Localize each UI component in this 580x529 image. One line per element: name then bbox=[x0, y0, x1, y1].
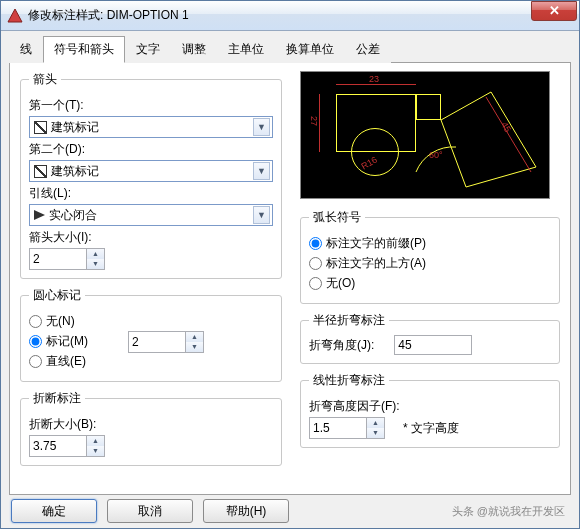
ok-button[interactable]: 确定 bbox=[11, 499, 97, 523]
jog-factor-spinner[interactable]: ▲▼ bbox=[309, 417, 387, 439]
first-arrow-label: 第一个(T): bbox=[29, 97, 273, 114]
tab-tolerance[interactable]: 公差 bbox=[345, 36, 391, 63]
center-mark-group: 圆心标记 无(N) 标记(M) 直线(E) ▲▼ bbox=[20, 287, 282, 382]
dialog-window: 修改标注样式: DIM-OPTION 1 ✕ 线 符号和箭头 文字 调整 主单位… bbox=[0, 0, 580, 529]
jog-factor-label: 折弯高度因子(F): bbox=[309, 398, 551, 415]
closed-filled-icon bbox=[34, 210, 45, 220]
arc-symbol-legend: 弧长符号 bbox=[309, 209, 365, 226]
center-mark-radio[interactable] bbox=[29, 335, 42, 348]
svg-line-2 bbox=[486, 97, 531, 172]
tab-bar: 线 符号和箭头 文字 调整 主单位 换算单位 公差 bbox=[9, 35, 571, 63]
center-mark-legend: 圆心标记 bbox=[29, 287, 85, 304]
arc-pre-radio[interactable] bbox=[309, 237, 322, 250]
center-size-input[interactable] bbox=[128, 331, 186, 353]
spinner-buttons[interactable]: ▲▼ bbox=[186, 331, 204, 353]
svg-marker-1 bbox=[441, 92, 536, 187]
arch-tick-icon bbox=[34, 121, 47, 134]
watermark: 头条 @就说我在开发区 bbox=[452, 504, 569, 519]
linear-jog-group: 线性折弯标注 折弯高度因子(F): ▲▼ * 文字高度 bbox=[300, 372, 560, 448]
arrow-size-spinner[interactable]: ▲▼ bbox=[29, 248, 107, 270]
dim-break-legend: 折断标注 bbox=[29, 390, 85, 407]
radius-jog-group: 半径折弯标注 折弯角度(J): bbox=[300, 312, 560, 364]
app-icon bbox=[7, 8, 23, 24]
chevron-down-icon: ▼ bbox=[253, 206, 270, 224]
cancel-button[interactable]: 取消 bbox=[107, 499, 193, 523]
tab-primary-units[interactable]: 主单位 bbox=[217, 36, 275, 63]
preview-pane: 23 27 R16 60° 45 bbox=[300, 71, 550, 199]
arrow-size-label: 箭头大小(I): bbox=[29, 229, 273, 246]
radius-jog-legend: 半径折弯标注 bbox=[309, 312, 389, 329]
arc-above-radio[interactable] bbox=[309, 257, 322, 270]
arc-symbol-group: 弧长符号 标注文字的前缀(P) 标注文字的上方(A) 无(O) bbox=[300, 209, 560, 304]
arc-none-radio[interactable] bbox=[309, 277, 322, 290]
spinner-buttons[interactable]: ▲▼ bbox=[87, 248, 105, 270]
arch-tick-icon bbox=[34, 165, 47, 178]
titlebar: 修改标注样式: DIM-OPTION 1 ✕ bbox=[1, 1, 579, 31]
leader-label: 引线(L): bbox=[29, 185, 273, 202]
tab-symbols-arrows[interactable]: 符号和箭头 bbox=[43, 36, 125, 63]
dim-break-group: 折断标注 折断大小(B): ▲▼ bbox=[20, 390, 282, 466]
leader-combo[interactable]: 实心闭合 ▼ bbox=[29, 204, 273, 226]
break-size-spinner[interactable]: ▲▼ bbox=[29, 435, 107, 457]
break-size-label: 折断大小(B): bbox=[29, 416, 273, 433]
arrow-size-input[interactable] bbox=[29, 248, 87, 270]
center-none-radio[interactable] bbox=[29, 315, 42, 328]
center-size-spinner[interactable]: ▲▼ bbox=[128, 331, 206, 353]
arrowheads-group: 箭头 第一个(T): 建筑标记 ▼ 第二个(D): 建筑标记 ▼ 引线(L): … bbox=[20, 71, 282, 279]
svg-marker-0 bbox=[8, 9, 22, 22]
second-arrow-label: 第二个(D): bbox=[29, 141, 273, 158]
window-title: 修改标注样式: DIM-OPTION 1 bbox=[28, 7, 531, 24]
second-arrow-combo[interactable]: 建筑标记 ▼ bbox=[29, 160, 273, 182]
break-size-input[interactable] bbox=[29, 435, 87, 457]
dialog-footer: 确定 取消 帮助(H) 头条 @就说我在开发区 bbox=[1, 499, 579, 523]
tab-text[interactable]: 文字 bbox=[125, 36, 171, 63]
tab-fit[interactable]: 调整 bbox=[171, 36, 217, 63]
jog-angle-input[interactable] bbox=[394, 335, 472, 355]
chevron-down-icon: ▼ bbox=[253, 162, 270, 180]
help-button[interactable]: 帮助(H) bbox=[203, 499, 289, 523]
first-arrow-combo[interactable]: 建筑标记 ▼ bbox=[29, 116, 273, 138]
spinner-buttons[interactable]: ▲▼ bbox=[87, 435, 105, 457]
close-button[interactable]: ✕ bbox=[531, 1, 577, 21]
center-line-radio[interactable] bbox=[29, 355, 42, 368]
jog-factor-suffix: * 文字高度 bbox=[403, 420, 459, 437]
tab-alt-units[interactable]: 换算单位 bbox=[275, 36, 345, 63]
linear-jog-legend: 线性折弯标注 bbox=[309, 372, 389, 389]
spinner-buttons[interactable]: ▲▼ bbox=[367, 417, 385, 439]
chevron-down-icon: ▼ bbox=[253, 118, 270, 136]
jog-angle-label: 折弯角度(J): bbox=[309, 337, 374, 354]
arrowheads-legend: 箭头 bbox=[29, 71, 61, 88]
tab-page: 箭头 第一个(T): 建筑标记 ▼ 第二个(D): 建筑标记 ▼ 引线(L): … bbox=[9, 63, 571, 495]
jog-factor-input[interactable] bbox=[309, 417, 367, 439]
tab-line[interactable]: 线 bbox=[9, 36, 43, 63]
